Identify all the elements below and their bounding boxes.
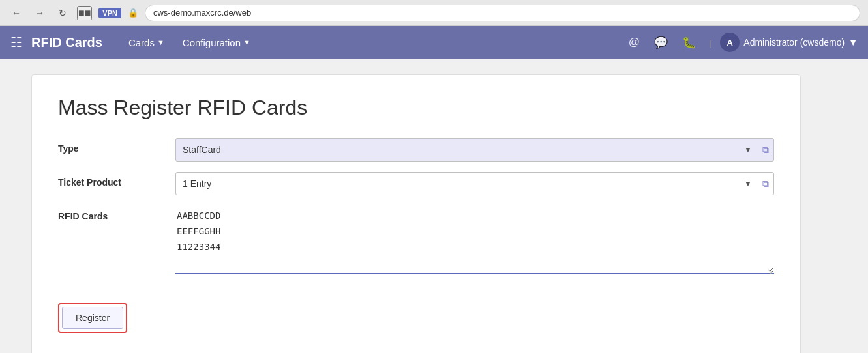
register-button[interactable]: Register: [62, 307, 123, 329]
type-label: Type: [58, 138, 175, 154]
ticket-select-wrapper: 1 Entry ▼ ⧉: [175, 172, 774, 195]
user-chevron-icon: ▼: [848, 37, 858, 48]
type-select[interactable]: StaffCard: [175, 138, 774, 162]
nav-cards[interactable]: Cards ▼: [121, 33, 172, 52]
ticket-product-field: 1 Entry ▼ ⧉: [175, 172, 774, 195]
ticket-product-label: Ticket Product: [58, 172, 175, 188]
type-row: Type StaffCard ▼ ⧉: [58, 138, 774, 162]
chat-icon[interactable]: 💬: [650, 33, 672, 52]
form-title: Mass Register RFID Cards: [58, 96, 774, 120]
navbar-menu: Cards ▼ Configuration ▼: [121, 33, 625, 52]
nav-configuration-label: Configuration: [183, 37, 241, 48]
user-label: Administrator (cwsdemo): [743, 37, 845, 48]
nav-cards-label: Cards: [128, 37, 155, 48]
register-btn-container: Register: [58, 287, 774, 333]
type-select-wrapper: StaffCard ▼ ⧉: [175, 138, 774, 162]
url-bar[interactable]: [145, 5, 860, 21]
navbar-right: @ 💬 🐛 | A Administrator (cwsdemo) ▼: [625, 33, 858, 52]
rfid-cards-textarea[interactable]: AABBCCDD EEFFGGHH 11223344: [175, 206, 774, 274]
reload-button[interactable]: ↻: [55, 5, 70, 21]
ticket-product-row: Ticket Product 1 Entry ▼ ⧉: [58, 172, 774, 195]
browser-bar: ← → ↻ ■■ VPN 🔒: [0, 0, 868, 26]
chevron-down-icon: ▼: [243, 38, 250, 46]
main-content: Mass Register RFID Cards Type StaffCard …: [0, 59, 868, 353]
rfid-cards-row: RFID Cards AABBCCDD EEFFGGHH 11223344 ↘: [58, 206, 774, 277]
textarea-wrapper: AABBCCDD EEFFGGHH 11223344 ↘: [175, 206, 774, 277]
type-field: StaffCard ▼ ⧉: [175, 138, 774, 162]
vpn-badge: VPN: [98, 8, 121, 18]
back-button[interactable]: ←: [8, 5, 25, 21]
nav-configuration[interactable]: Configuration ▼: [175, 33, 258, 52]
rfid-cards-label: RFID Cards: [58, 206, 175, 221]
external-link-icon[interactable]: ⧉: [762, 145, 769, 156]
bug-icon[interactable]: 🐛: [678, 33, 700, 52]
divider: |: [709, 38, 711, 48]
app-grid-icon[interactable]: ☷: [10, 35, 22, 50]
navbar: ☷ RFID Cards Cards ▼ Configuration ▼ @ 💬…: [0, 26, 868, 59]
avatar: A: [720, 33, 740, 52]
external-link-icon[interactable]: ⧉: [762, 178, 769, 190]
email-icon[interactable]: @: [625, 33, 644, 51]
grid-view-button[interactable]: ■■: [77, 6, 92, 20]
user-menu[interactable]: A Administrator (cwsdemo) ▼: [720, 33, 858, 52]
forward-button[interactable]: →: [31, 5, 48, 21]
rfid-cards-field: AABBCCDD EEFFGGHH 11223344 ↘: [175, 206, 774, 277]
chevron-down-icon: ▼: [157, 38, 164, 46]
lock-icon: 🔒: [128, 8, 138, 18]
register-btn-wrapper: Register: [58, 303, 127, 333]
app-brand: RFID Cards: [31, 35, 102, 50]
form-card: Mass Register RFID Cards Type StaffCard …: [31, 74, 801, 353]
ticket-product-select[interactable]: 1 Entry: [175, 172, 774, 195]
